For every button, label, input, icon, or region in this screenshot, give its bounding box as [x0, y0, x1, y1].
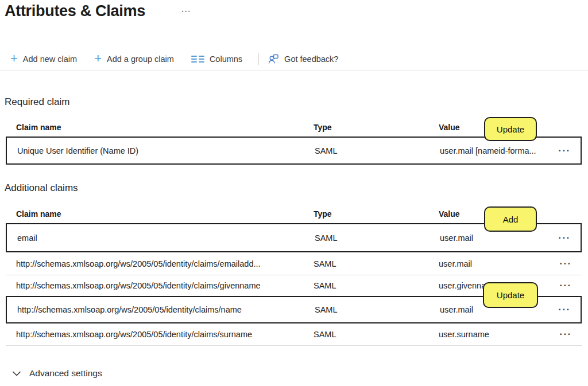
- claim-value-cell: user.mail [nameid-forma...: [440, 146, 548, 155]
- claim-type-cell: SAML: [315, 146, 440, 155]
- column-header-type: Type: [314, 123, 439, 132]
- more-menu-icon[interactable]: ···: [557, 146, 571, 156]
- add-group-claim-button[interactable]: + Add a group claim: [94, 54, 174, 64]
- claim-name-cell: email: [7, 233, 315, 243]
- advanced-settings-label: Advanced settings: [29, 368, 102, 379]
- claim-value-cell: user.mail: [440, 233, 548, 243]
- add-group-claim-label: Add a group claim: [107, 54, 174, 64]
- page-title: Attributes & Claims: [5, 2, 145, 20]
- annotation-callout-update-required: Update: [484, 117, 537, 141]
- add-new-claim-label: Add new claim: [23, 54, 77, 64]
- advanced-settings-toggle[interactable]: Advanced settings: [13, 368, 102, 379]
- command-bar: + Add new claim + Add a group claim Colu…: [0, 48, 588, 71]
- claim-row-emailaddress[interactable]: http://schemas.xmlsoap.org/ws/2005/05/id…: [6, 252, 582, 275]
- claim-type-cell: SAML: [314, 281, 439, 290]
- more-menu-icon[interactable]: ···: [558, 259, 572, 269]
- claim-name-cell: http://schemas.xmlsoap.org/ws/2005/05/id…: [6, 281, 314, 290]
- column-header-claim-name: Claim name: [6, 209, 314, 219]
- claim-name-cell: Unique User Identifier (Name ID): [7, 146, 315, 155]
- plus-icon: +: [94, 54, 102, 63]
- claim-type-cell: SAML: [314, 330, 439, 339]
- annotation-callout-update-name: Update: [483, 282, 538, 308]
- annotation-callout-add: Add: [484, 206, 537, 232]
- toolbar-divider: [258, 53, 259, 65]
- got-feedback-label: Got feedback?: [284, 54, 338, 64]
- claim-name-cell: http://schemas.xmlsoap.org/ws/2005/05/id…: [6, 259, 314, 268]
- plus-icon: +: [10, 54, 18, 63]
- claim-type-cell: SAML: [314, 259, 439, 268]
- page-more-icon[interactable]: ···: [181, 7, 191, 16]
- column-header-type: Type: [314, 209, 439, 219]
- additional-claims-heading: Additional claims: [5, 182, 78, 194]
- claim-row-surname[interactable]: http://schemas.xmlsoap.org/ws/2005/05/id…: [6, 323, 582, 346]
- columns-icon: [191, 56, 204, 63]
- more-menu-icon[interactable]: ···: [557, 233, 571, 243]
- more-menu-icon[interactable]: ···: [558, 329, 572, 340]
- claim-type-cell: SAML: [315, 305, 440, 314]
- chevron-down-icon: [13, 371, 21, 376]
- claim-name-cell: http://schemas.xmlsoap.org/ws/2005/05/id…: [6, 330, 314, 339]
- claim-value-cell: user.mail: [439, 259, 550, 268]
- add-new-claim-button[interactable]: + Add new claim: [10, 54, 77, 64]
- more-menu-icon[interactable]: ···: [558, 280, 572, 291]
- columns-label: Columns: [210, 54, 242, 64]
- attributes-claims-page: Attributes & Claims ··· + Add new claim …: [0, 0, 588, 386]
- claim-name-cell: http://schemas.xmlsoap.org/ws/2005/05/id…: [7, 305, 315, 314]
- column-header-claim-name: Claim name: [6, 123, 314, 132]
- claim-type-cell: SAML: [315, 233, 440, 243]
- claim-value-cell: user.surname: [439, 330, 550, 339]
- feedback-icon: [268, 54, 279, 64]
- required-claim-heading: Required claim: [5, 96, 69, 108]
- got-feedback-button[interactable]: Got feedback?: [268, 54, 338, 64]
- columns-button[interactable]: Columns: [191, 54, 242, 64]
- more-menu-icon[interactable]: ···: [557, 305, 571, 315]
